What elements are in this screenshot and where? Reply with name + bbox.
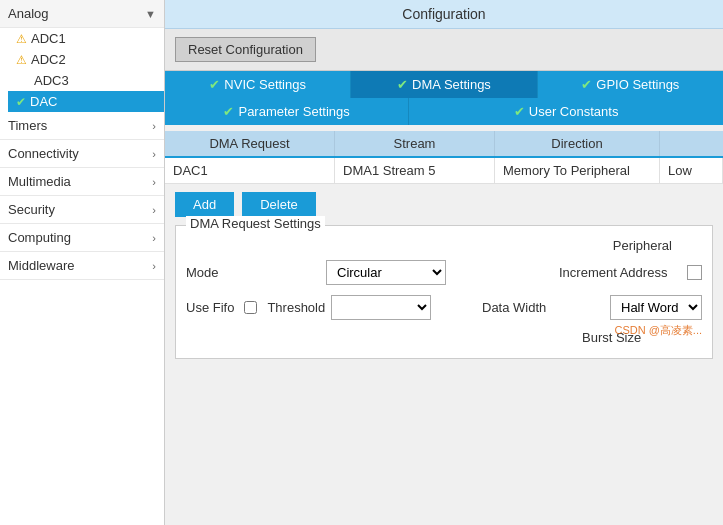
watermark: CSDN @高凌素... [614,323,702,338]
fifo-threshold-row: Use Fifo Threshold Data Width Half Word … [186,290,702,325]
cell-direction: Memory To Peripheral [495,158,660,183]
data-width-label: Data Width [482,300,602,315]
sidebar-item-adc3[interactable]: ADC3 [8,70,164,91]
sidebar-section-security-label: Security [8,202,55,217]
sidebar-section-connectivity[interactable]: Connectivity › [0,140,164,168]
tab-dma-settings[interactable]: ✔ DMA Settings [351,71,537,98]
sidebar: Analog ▼ ⚠ ADC1 ⚠ ADC2 ADC3 ✔ DAC Timers… [0,0,165,525]
tab-parameter-settings[interactable]: ✔ Parameter Settings [165,98,409,125]
increment-group: Increment Address [559,265,702,280]
sidebar-section-connectivity-label: Connectivity [8,146,79,161]
dma-request-settings: DMA Request Settings Peripheral Mode Cir… [175,225,713,359]
sidebar-section-middleware-label: Middleware [8,258,74,273]
sidebar-section-multimedia-label: Multimedia [8,174,71,189]
tab-gpio-settings[interactable]: ✔ GPIO Settings [538,71,723,98]
tab-param-label: Parameter Settings [238,104,349,119]
peripheral-label: Peripheral [613,238,672,253]
check-icon-dma: ✔ [397,77,408,92]
sidebar-section-security[interactable]: Security › [0,196,164,224]
warning-icon: ⚠ [16,32,27,46]
warning-icon-adc2: ⚠ [16,53,27,67]
settings-legend: DMA Request Settings [186,216,325,231]
tab-nvic-label: NVIC Settings [224,77,306,92]
data-width-group: Data Width Half Word Byte Word [482,295,702,320]
increment-checkbox[interactable] [687,265,702,280]
sidebar-section-computing-label: Computing [8,230,71,245]
sidebar-section-analog[interactable]: Analog ▼ [0,0,164,28]
sidebar-item-adc3-label: ADC3 [34,73,69,88]
mode-row: Mode Circular Normal Increment Address [186,255,702,290]
chevron-right-icon-security: › [152,204,156,216]
check-icon-param: ✔ [223,104,234,119]
sidebar-section-timers[interactable]: Timers › [0,112,164,140]
cell-dma-request: DAC1 [165,158,335,183]
add-button[interactable]: Add [175,192,234,217]
chevron-right-icon-timers: › [152,120,156,132]
chevron-right-icon-computing: › [152,232,156,244]
tab-user-label: User Constants [529,104,619,119]
sidebar-section-analog-label: Analog [8,6,48,21]
config-title: Configuration [165,0,723,29]
chevron-right-icon-connectivity: › [152,148,156,160]
sidebar-item-adc1[interactable]: ⚠ ADC1 [8,28,164,49]
mode-select[interactable]: Circular Normal [326,260,446,285]
cell-priority: Low [660,158,723,183]
table-header: DMA Request Stream Direction [165,131,723,158]
use-fifo-label: Use Fifo [186,300,234,315]
peripheral-label-row: Peripheral [186,234,702,255]
check-icon-gpio: ✔ [581,77,592,92]
tab-row-1: ✔ NVIC Settings ✔ DMA Settings ✔ GPIO Se… [165,71,723,98]
col-header-stream: Stream [335,131,495,156]
data-width-select[interactable]: Half Word Byte Word [610,295,702,320]
sidebar-section-computing[interactable]: Computing › [0,224,164,252]
increment-label: Increment Address [559,265,679,280]
reset-row: Reset Configuration [165,29,723,71]
sidebar-section-multimedia[interactable]: Multimedia › [0,168,164,196]
main-panel: Configuration Reset Configuration ✔ NVIC… [165,0,723,525]
chevron-right-icon-multimedia: › [152,176,156,188]
delete-button[interactable]: Delete [242,192,316,217]
sidebar-analog-tree: ⚠ ADC1 ⚠ ADC2 ADC3 ✔ DAC [0,28,164,112]
sidebar-item-adc1-label: ADC1 [31,31,66,46]
threshold-label: Threshold [267,300,325,315]
tab-dma-label: DMA Settings [412,77,491,92]
col-header-extra [660,131,723,156]
tab-gpio-label: GPIO Settings [596,77,679,92]
use-fifo-checkbox[interactable] [244,301,257,314]
cell-stream: DMA1 Stream 5 [335,158,495,183]
table-row[interactable]: DAC1 DMA1 Stream 5 Memory To Peripheral … [165,158,723,184]
check-icon-dac: ✔ [16,95,26,109]
tab-user-constants[interactable]: ✔ User Constants [409,98,723,125]
mode-label: Mode [186,265,326,280]
tab-row-2: ✔ Parameter Settings ✔ User Constants [165,98,723,125]
sidebar-section-middleware[interactable]: Middleware › [0,252,164,280]
threshold-select[interactable] [331,295,431,320]
sidebar-item-adc2[interactable]: ⚠ ADC2 [8,49,164,70]
use-fifo-group: Use Fifo Threshold [186,295,482,320]
reset-configuration-button[interactable]: Reset Configuration [175,37,316,62]
sidebar-item-adc2-label: ADC2 [31,52,66,67]
check-icon-nvic: ✔ [209,77,220,92]
sidebar-section-timers-label: Timers [8,118,47,133]
col-header-dma-request: DMA Request [165,131,335,156]
sidebar-item-dac[interactable]: ✔ DAC [8,91,164,112]
sidebar-item-dac-label: DAC [30,94,57,109]
check-icon-user: ✔ [514,104,525,119]
chevron-down-icon: ▼ [145,8,156,20]
col-header-direction: Direction [495,131,660,156]
chevron-right-icon-middleware: › [152,260,156,272]
tab-nvic-settings[interactable]: ✔ NVIC Settings [165,71,351,98]
